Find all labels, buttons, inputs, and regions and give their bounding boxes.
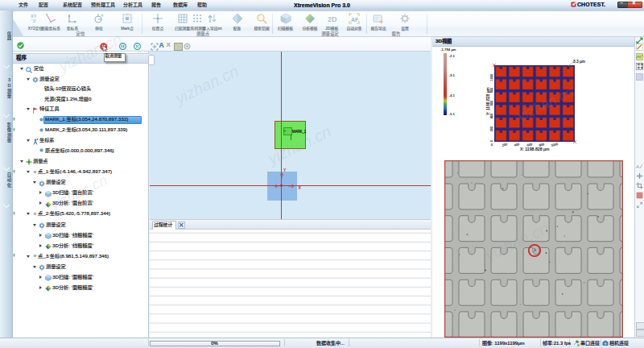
svg-text:2D: 2D xyxy=(328,15,337,23)
svg-text:A: A xyxy=(636,164,639,169)
svg-text:AF: AF xyxy=(351,17,359,23)
